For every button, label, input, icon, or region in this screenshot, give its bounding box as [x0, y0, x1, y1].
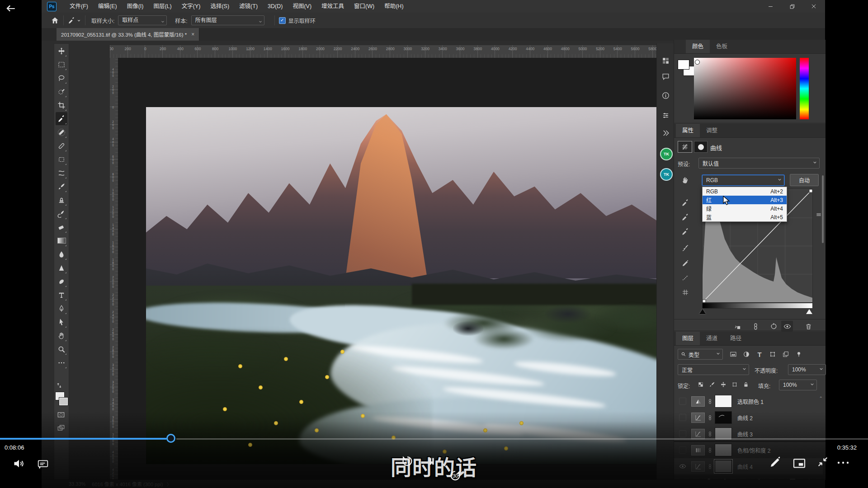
sample-size-select[interactable]: 取样点: [118, 15, 167, 25]
home-icon[interactable]: [51, 16, 59, 25]
eyedropper-icon[interactable]: [679, 211, 691, 223]
frame-icon[interactable]: [767, 349, 778, 360]
lock-frame-icon[interactable]: [729, 379, 741, 390]
tool-path-select[interactable]: [56, 315, 67, 328]
blend-mode-select[interactable]: 正常: [678, 364, 749, 375]
properties-menu-icon[interactable]: [816, 211, 822, 220]
player-progress-bar[interactable]: [0, 438, 868, 441]
menu-item-10[interactable]: 窗口(W): [349, 0, 379, 13]
grid-icon-icon[interactable]: [679, 286, 691, 298]
subtitles-icon[interactable]: [37, 458, 49, 470]
fill-value[interactable]: 100%: [779, 380, 817, 390]
tool-content-move[interactable]: [56, 166, 67, 179]
layer-row-选取颜色 1[interactable]: 选取颜色 1: [674, 393, 823, 409]
menu-item-3[interactable]: 图层(L): [148, 0, 176, 13]
tool-spot-heal[interactable]: [56, 126, 67, 139]
show-sampling-ring-checkbox[interactable]: ✓: [279, 17, 286, 24]
tab-adjustments[interactable]: 调整: [700, 124, 724, 137]
layer-visibility-toggle[interactable]: [677, 430, 689, 437]
tool-more-dots[interactable]: [56, 356, 67, 369]
channel-option-红[interactable]: 红Alt+3: [703, 196, 787, 204]
eyedropper-icon[interactable]: [679, 226, 691, 238]
text-T-icon[interactable]: T: [754, 349, 765, 360]
lock-move-icon[interactable]: [717, 379, 729, 390]
libraries-icon[interactable]: [660, 56, 670, 66]
tool-move[interactable]: [56, 44, 67, 57]
menu-item-8[interactable]: 视图(V): [288, 0, 316, 13]
minimize-button[interactable]: [767, 3, 774, 9]
menu-item-11[interactable]: 帮助(H): [379, 0, 408, 13]
curves-mini-icon[interactable]: [679, 242, 691, 254]
tab-close-icon[interactable]: ×: [191, 31, 194, 38]
exit-fullscreen-icon[interactable]: [816, 455, 829, 468]
export-icon[interactable]: [660, 128, 670, 138]
layer-filter-select[interactable]: 类型: [678, 349, 723, 360]
tool-text-tool[interactable]: [56, 288, 67, 301]
layer-row-曲线 2[interactable]: 曲线 2: [674, 409, 823, 426]
tab-channels[interactable]: 通道: [700, 332, 724, 345]
tool-brush[interactable]: [56, 180, 67, 193]
menu-item-5[interactable]: 选择(S): [205, 0, 234, 13]
smooth-curve-icon[interactable]: [679, 272, 691, 284]
tool-gradient[interactable]: [56, 234, 67, 247]
picture-in-picture-icon[interactable]: [793, 458, 806, 469]
black-point-slider[interactable]: [699, 309, 706, 314]
tat-hand-icon[interactable]: [679, 174, 691, 186]
channel-option-RGB[interactable]: RGBAlt+2: [703, 187, 787, 196]
tab-properties[interactable]: 属性: [676, 124, 700, 137]
auto-button[interactable]: 自动: [790, 174, 819, 186]
tool-sharpen[interactable]: [56, 261, 67, 274]
sample-select[interactable]: 所有图层: [191, 15, 264, 25]
tool-zoom[interactable]: [56, 343, 67, 356]
opacity-value[interactable]: 100%: [788, 364, 826, 375]
info-icon[interactable]: [660, 90, 670, 100]
player-back-button[interactable]: [5, 3, 17, 15]
tool-eraser[interactable]: [56, 221, 67, 234]
tool-eyedropper[interactable]: [56, 112, 67, 125]
progress-knob[interactable]: [166, 434, 175, 443]
canvas-area[interactable]: [118, 58, 695, 480]
menu-item-4[interactable]: 文字(Y): [177, 0, 206, 13]
menu-item-0[interactable]: 文件(F): [65, 0, 93, 13]
lock-checker-icon[interactable]: [695, 379, 707, 390]
quick-mask-icon[interactable]: [57, 410, 66, 421]
tool-quick-select[interactable]: [56, 85, 67, 98]
swap-colors-icon[interactable]: [56, 382, 62, 390]
channel-option-蓝[interactable]: 蓝Alt+5: [703, 213, 787, 221]
layer-mask-thumbnail[interactable]: [715, 395, 732, 408]
color-hue-strip[interactable]: [800, 58, 809, 119]
tool-heal[interactable]: [56, 139, 67, 152]
tab-layers[interactable]: 图层: [676, 332, 700, 345]
reset-icon[interactable]: [768, 321, 779, 332]
document-tab[interactable]: 20170902_055131.tif @ 33.3% (曲线 4, 图层蒙版/…: [57, 28, 199, 41]
volume-icon[interactable]: [13, 457, 25, 470]
restore-button[interactable]: [789, 3, 795, 9]
tool-patch[interactable]: [56, 153, 67, 166]
skip-forward-button[interactable]: 30: [447, 468, 464, 483]
trash-icon[interactable]: [802, 321, 814, 332]
image-thumb-icon[interactable]: [727, 349, 739, 360]
layer-list-scroll-up-icon[interactable]: ⌃: [819, 396, 823, 401]
tool-lasso[interactable]: [56, 71, 67, 84]
eyedropper-icon[interactable]: [679, 197, 691, 209]
lock-lock-icon[interactable]: [740, 379, 752, 390]
tab-paths[interactable]: 路径: [724, 332, 748, 345]
preset-select[interactable]: 默认值: [698, 158, 820, 169]
status-more-icon[interactable]: 〉: [166, 480, 171, 488]
channel-option-绿[interactable]: 绿Alt+4: [703, 204, 787, 213]
tool-marquee[interactable]: [56, 58, 67, 71]
dup-icon[interactable]: [780, 349, 792, 360]
pause-button[interactable]: [427, 456, 437, 466]
adjust-circle-icon[interactable]: [741, 349, 752, 360]
more-options-icon[interactable]: [836, 460, 850, 465]
skip-back-button[interactable]: 10: [399, 454, 416, 468]
eye-icon[interactable]: [781, 321, 793, 332]
lock-brush-icon[interactable]: [706, 379, 718, 390]
layer-mask-thumbnail[interactable]: [715, 411, 732, 424]
tab-swatches[interactable]: 色板: [710, 40, 734, 53]
screen-mode-icon[interactable]: [57, 424, 66, 435]
tool-hand[interactable]: [56, 329, 67, 342]
menu-item-7[interactable]: 3D(D): [263, 0, 288, 13]
tool-crop[interactable]: [56, 99, 67, 112]
clip-mask-icon[interactable]: [731, 321, 743, 332]
